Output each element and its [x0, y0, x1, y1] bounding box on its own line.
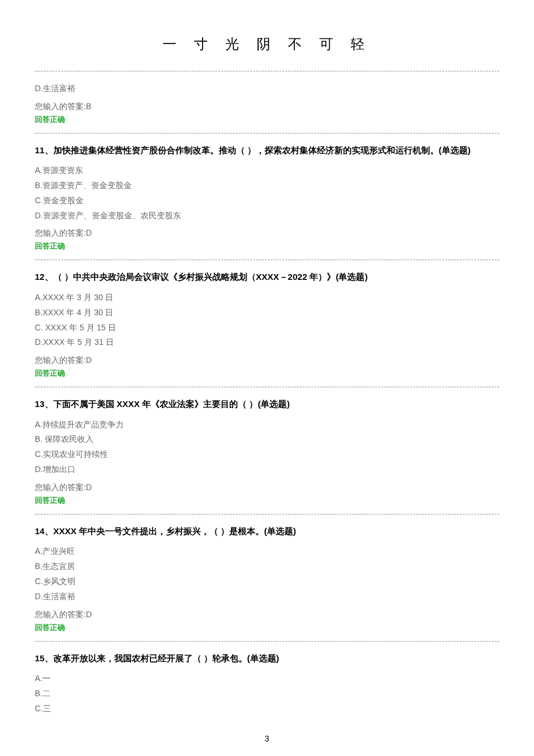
- option-text: B.资源变资产、资金变股金: [35, 179, 499, 193]
- your-answer-label: 您输入的答案:B: [35, 102, 499, 112]
- question-stem: 14、XXXX 年中央一号文件提出，乡村振兴，（ ）是根本。(单选题): [35, 525, 499, 538]
- option-text: A.持续提升农产品竞争力: [35, 418, 499, 432]
- question-block: 13、下面不属于美国 XXXX 年《农业法案》主要目的（ ）(单选题) A.持续…: [35, 387, 499, 514]
- your-answer-label: 您输入的答案:D: [35, 610, 499, 620]
- option-text: C.乡风文明: [35, 575, 499, 589]
- option-text: B.XXXX 年 4 月 30 日: [35, 306, 499, 320]
- option-text: A.产业兴旺: [35, 545, 499, 559]
- question-type: (单选题): [439, 145, 471, 155]
- question-stem: 11、加快推进集体经营性资产股份合作制改革。推动（ ），探索农村集体经济新的实现…: [35, 144, 499, 157]
- feedback-label: 回答正确: [35, 241, 499, 251]
- your-answer-label: 您输入的答案:D: [35, 355, 499, 366]
- option-text: D.生活富裕: [35, 82, 499, 96]
- question-number: 13、: [35, 399, 53, 409]
- question-text: XXXX 年中央一号文件提出，乡村振兴，（ ）是根本。: [53, 526, 264, 536]
- feedback-label: 回答正确: [35, 114, 499, 125]
- option-text: A.一: [35, 672, 499, 686]
- page-header-title: 一 寸 光 阴 不 可 轻: [35, 0, 499, 71]
- option-text: A.资源变资东: [35, 164, 499, 178]
- feedback-label: 回答正确: [35, 495, 499, 506]
- question-number: 15、: [35, 653, 53, 663]
- question-stem: 12、（ ）中共中央政治局会议审议《乡村振兴战略规划（XXXX－2022 年）》…: [35, 271, 499, 284]
- question-stem: 15、改革开放以来，我国农村已经开展了（ ）轮承包。(单选题): [35, 652, 499, 665]
- your-answer-label: 您输入的答案:D: [35, 483, 499, 493]
- option-text: C.资金变股金: [35, 194, 499, 208]
- question-text: （ ）中共中央政治局会议审议《乡村振兴战略规划（XXXX－2022 年）》: [53, 272, 336, 282]
- feedback-label: 回答正确: [35, 622, 499, 633]
- option-text: A.XXXX 年 3 月 30 日: [35, 291, 499, 305]
- question-number: 14、: [35, 526, 53, 536]
- question-type: (单选题): [264, 526, 296, 536]
- option-text: C. XXXX 年 5 月 15 日: [35, 321, 499, 335]
- question-number: 12、: [35, 272, 53, 282]
- option-text: C.实现农业可持续性: [35, 448, 499, 462]
- option-text: D.XXXX 年 5 月 31 日: [35, 336, 499, 350]
- question-stem: 13、下面不属于美国 XXXX 年《农业法案》主要目的（ ）(单选题): [35, 398, 499, 411]
- question-number: 11、: [35, 145, 53, 155]
- option-text: B.生态宜居: [35, 560, 499, 574]
- question-block: 14、XXXX 年中央一号文件提出，乡村振兴，（ ）是根本。(单选题) A.产业…: [35, 514, 499, 642]
- option-text: C.三: [35, 702, 499, 716]
- option-text: D.资源变资产、资金变股金、农民变股东: [35, 209, 499, 223]
- question-text: 改革开放以来，我国农村已经开展了（ ）轮承包。: [53, 653, 247, 663]
- question-text: 下面不属于美国 XXXX 年《农业法案》主要目的（ ）: [53, 399, 258, 409]
- option-text: B.二: [35, 687, 499, 701]
- question-block: 12、（ ）中共中央政治局会议审议《乡村振兴战略规划（XXXX－2022 年）》…: [35, 260, 499, 387]
- question-block: 11、加快推进集体经营性资产股份合作制改革。推动（ ），探索农村集体经济新的实现…: [35, 134, 499, 261]
- question-type: (单选题): [247, 653, 279, 663]
- question-block: 15、改革开放以来，我国农村已经开展了（ ）轮承包。(单选题) A.一 B.二 …: [35, 642, 499, 716]
- question-type: (单选题): [335, 272, 367, 282]
- option-text: B. 保障农民收入: [35, 433, 499, 447]
- question-type: (单选题): [258, 399, 290, 409]
- option-text: D.生活富裕: [35, 590, 499, 604]
- feedback-label: 回答正确: [35, 368, 499, 379]
- question-text: 加快推进集体经营性资产股份合作制改革。推动（ ），探索农村集体经济新的实现形式和…: [53, 145, 439, 155]
- question-fragment-top: D.生活富裕 您输入的答案:B 回答正确: [35, 71, 499, 134]
- option-text: D.增加出口: [35, 463, 499, 477]
- your-answer-label: 您输入的答案:D: [35, 228, 499, 239]
- page-number: 3: [35, 717, 499, 755]
